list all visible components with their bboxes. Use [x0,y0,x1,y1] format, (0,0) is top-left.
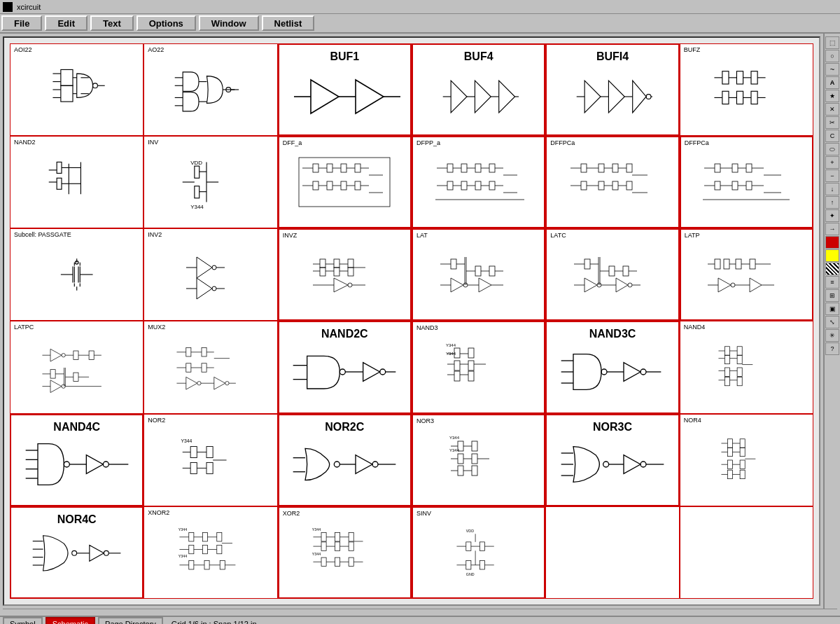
svg-marker-278 [363,362,380,381]
color-striped-btn[interactable] [825,263,839,275]
star2-tool-btn[interactable]: ✳ [825,329,839,342]
cell-dffpca[interactable]: DFFPCa [545,136,679,228]
menu-window[interactable]: Window [199,15,259,31]
cell-buf1-content [282,62,407,132]
cell-ao22[interactable]: AO22 [144,43,277,136]
cell-inv2[interactable]: INV2 [144,228,277,321]
arrow-right-tool-btn[interactable]: → [825,223,839,235]
scrollbar-horizontal[interactable] [3,609,837,616]
svg-rect-195 [475,266,481,276]
cell-nor2[interactable]: NOR2 Y344 [144,414,277,506]
text-tool-btn[interactable]: A [825,76,839,89]
cell-nand3c-content [550,339,675,409]
cell-dfpp-a[interactable]: DFPP_a [412,136,545,228]
svg-rect-351 [458,454,463,464]
cell-nand4[interactable]: NAND4 [680,321,813,413]
select-tool-btn[interactable]: ⬚ [825,36,839,49]
cell-sinv[interactable]: SINV VDD [412,506,545,599]
cell-invz[interactable]: INVZ [278,228,412,321]
menu-options[interactable]: Options [136,15,196,31]
svg-text:Y344: Y344 [178,554,187,558]
menu-edit[interactable]: Edit [45,15,88,31]
cell-bufz[interactable]: BUFZ [680,43,813,136]
minus-tool-btn[interactable]: − [825,169,839,182]
svg-rect-90 [355,181,360,190]
cell-dff-a[interactable]: DFF_a [278,136,412,228]
arrow-up-tool-btn[interactable]: ↑ [825,196,839,209]
cell-nand2c-content [282,339,407,409]
scissors-tool-btn[interactable]: ✂ [825,116,839,129]
svg-rect-67 [195,186,200,198]
svg-marker-22 [311,80,339,113]
svg-point-254 [62,384,65,388]
cell-aoi22[interactable]: AOI22 [10,43,144,136]
cell-nor3[interactable]: NOR3 [412,414,545,506]
color-yellow-btn[interactable] [825,249,839,262]
svg-point-391 [72,550,77,555]
cell-nand2c[interactable]: NAND2C [278,321,412,413]
grid-tool-btn[interactable]: ⊞ [825,289,839,302]
svg-rect-137 [732,164,738,172]
cell-lat[interactable]: LAT [412,228,545,321]
menu-file[interactable]: File [1,15,42,31]
cell-dffpca2-label: DFFPCa [685,139,709,146]
svg-rect-385 [740,470,745,478]
cell-nand3c[interactable]: NAND3C [545,321,679,413]
add-tool-btn[interactable]: + [825,156,839,169]
sparkle-tool-btn[interactable]: ✦ [825,209,839,222]
cell-nand4c[interactable]: NAND4C [10,414,144,506]
arrow-down-tool-btn[interactable]: ↓ [825,183,839,195]
cell-latc[interactable]: LATC [545,228,679,321]
cell-latpc[interactable]: LATPC [10,321,144,413]
star-tool-btn[interactable]: ★ [825,90,839,102]
cell-nor4c[interactable]: NOR4C [10,506,144,599]
color-red-btn[interactable] [825,236,839,249]
svg-rect-432 [321,557,326,566]
svg-point-299 [601,369,607,375]
resize-tool-btn[interactable]: ⤡ [825,316,839,328]
circle-tool-btn[interactable]: ○ [825,50,839,62]
cell-dffpca2[interactable]: DFFPCa [680,136,813,228]
app-title: xcircuit [17,3,41,11]
svg-rect-57 [57,162,62,174]
cell-nand2-content [13,139,140,225]
svg-rect-410 [189,560,194,569]
cell-passgate[interactable]: Subcell: PASSGATE [10,228,144,321]
svg-rect-197 [489,266,495,276]
cell-nor2c[interactable]: NOR2C [278,414,412,506]
right-toolbar: ⬚ ○ ~ A ★ ✕ ✂ C ⬭ + − ↓ ↑ ✦ → ≡ ⊞ ▣ ⤡ ✳ … [823,34,840,609]
cell-xor2[interactable]: XOR2 [278,506,412,599]
svg-text:VDD: VDD [466,529,474,533]
oval-tool-btn[interactable]: ⬭ [825,143,839,155]
cell-buf4[interactable]: BUF4 [412,43,545,136]
svg-marker-27 [451,81,467,113]
arc-tool-btn[interactable]: C [825,130,839,142]
cell-nor3c[interactable]: NOR3C [545,414,679,506]
cell-nand2[interactable]: NAND2 [10,136,144,228]
tab-symbol[interactable]: Symbol [3,617,43,624]
cell-mux2[interactable]: MUX2 [144,321,277,413]
svg-point-365 [603,462,609,467]
help-tool-btn[interactable]: ? [825,342,839,355]
pattern-tool-btn[interactable]: ≡ [825,276,839,289]
cell-xnor2[interactable]: XNOR2 [144,506,277,599]
cell-buf1[interactable]: BUF1 [278,43,412,136]
cell-nand3[interactable]: NAND3 [412,321,545,413]
svg-rect-175 [320,268,326,276]
curve-tool-btn[interactable]: ~ [825,63,839,76]
cell-inv[interactable]: INV VDD Y344 [144,136,277,228]
menu-netlist[interactable]: Netlist [262,15,315,31]
tab-page-directory[interactable]: Page Directory [98,617,163,624]
cell-bufi4[interactable]: BUFI4 [545,43,679,136]
canvas-area[interactable]: AOI22 [3,36,820,606]
cell-nor4[interactable]: NOR4 [680,414,813,506]
svg-marker-367 [624,455,640,473]
cross-tool-btn[interactable]: ✕ [825,103,839,116]
cell-latp[interactable]: LATP [680,228,813,321]
tab-schematic[interactable]: Schematic [46,617,95,624]
svg-rect-352 [458,466,463,476]
box-tool-btn[interactable]: ▣ [825,303,839,315]
svg-rect-424 [335,532,340,541]
svg-rect-88 [355,164,360,172]
menu-text[interactable]: Text [90,15,134,31]
